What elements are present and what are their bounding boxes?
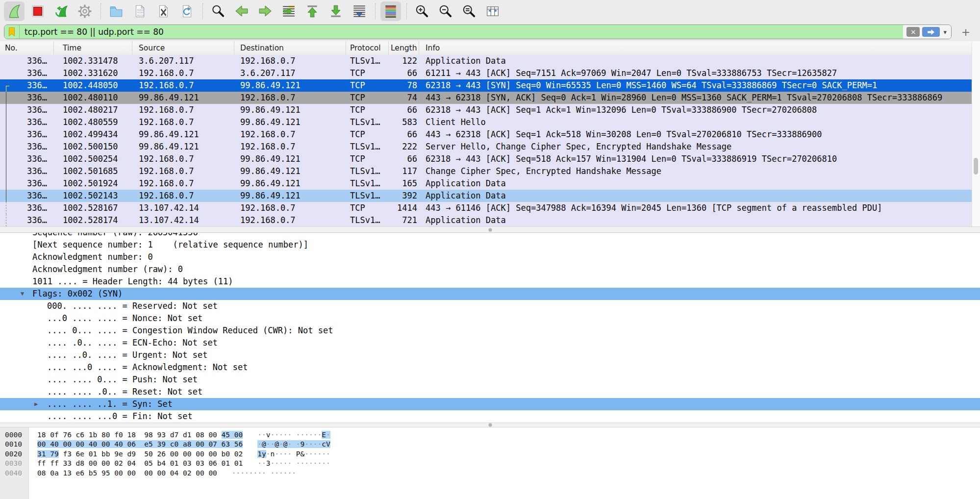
colorize-icon: [383, 4, 398, 19]
toolbar-separator: [202, 3, 203, 19]
detail-line[interactable]: .... .0.. .... = ECN-Echo: Not set: [0, 337, 980, 349]
cell-info: 61211 → 443 [ACK] Seq=7151 Ack=97069 Win…: [419, 67, 972, 79]
go-to-top-button[interactable]: [302, 1, 323, 21]
display-filter-field[interactable]: tcp.port == 80 || udp.port == 80 × ▾: [4, 25, 952, 39]
filter-history-dropdown[interactable]: ▾: [942, 28, 948, 36]
column-header-protocol[interactable]: Protocol: [346, 41, 389, 55]
column-header-no[interactable]: No.: [0, 41, 54, 55]
detail-line[interactable]: ▶.... .... ..1. = Syn: Set: [0, 398, 980, 410]
hex-row[interactable]: 004008 0a 13 e6 b5 95 00 00 00 00 04 02 …: [0, 469, 980, 478]
packet-row[interactable]: 336…1002.502143192.168.0.799.86.49.121TL…: [0, 190, 972, 202]
packet-row[interactable]: 336…1002.480217192.168.0.799.86.49.121TC…: [0, 104, 972, 116]
zoom-out-icon: [438, 4, 453, 19]
auto-scroll-button[interactable]: [349, 1, 370, 21]
detail-line[interactable]: [Next sequence number: 1 (relative seque…: [0, 239, 980, 251]
start-capture-button[interactable]: [4, 1, 25, 21]
detail-line[interactable]: 1011 .... = Header Length: 44 bytes (11): [0, 275, 980, 288]
capture-options-button[interactable]: [75, 1, 95, 21]
bookmark-icon: [8, 27, 16, 37]
hex-row[interactable]: 001000 40 00 00 40 00 40 06 e5 39 c0 a8 …: [0, 440, 980, 449]
packet-row[interactable]: 336…1002.49943499.86.49.121192.168.0.7TC…: [0, 128, 972, 141]
scrollbar-thumb[interactable]: [974, 158, 978, 175]
hex-offset: 0000: [0, 430, 28, 440]
conversation-mark-icon: [6, 128, 9, 141]
detail-line-text: Flags: 0x002 (SYN): [32, 289, 123, 299]
splitter-handle-icon: [488, 228, 492, 231]
detail-line[interactable]: ▼Flags: 0x002 (SYN): [0, 288, 980, 300]
find-packet-button[interactable]: [208, 1, 228, 21]
detail-line[interactable]: Acknowledgment number: 0: [0, 251, 980, 263]
resize-columns-button[interactable]: [482, 1, 503, 21]
column-header-length[interactable]: Length: [389, 41, 419, 55]
filter-input[interactable]: tcp.port == 80 || udp.port == 80: [20, 27, 164, 37]
colorize-packets-button[interactable]: [380, 1, 401, 21]
detail-line[interactable]: .... ..0. .... = Urgent: Not set: [0, 349, 980, 361]
apply-filter-button[interactable]: [922, 27, 940, 37]
cell-source: 99.86.49.121: [132, 92, 234, 104]
back-arrow-icon: [234, 4, 249, 19]
go-to-packet-button[interactable]: [278, 1, 299, 21]
tree-expanded-icon[interactable]: ▼: [21, 288, 24, 300]
save-file-button[interactable]: 01010 01101 01110: [129, 1, 150, 21]
cell-protocol: TLSv1…: [346, 116, 389, 128]
cell-info: 62318 → 443 [ACK] Seq=518 Ack=157 Win=13…: [419, 153, 972, 165]
column-header-destination[interactable]: Destination: [234, 41, 346, 55]
packet-row[interactable]: 336…1002.52816713.107.42.14192.168.0.7TC…: [0, 202, 972, 214]
packet-list-scrollbar[interactable]: [972, 41, 980, 226]
conversation-mark-icon: [6, 214, 9, 226]
detail-line[interactable]: .... .... .0.. = Reset: Not set: [0, 386, 980, 398]
packet-row[interactable]: 336…1002.501685192.168.0.799.86.49.121TL…: [0, 165, 972, 177]
add-filter-button[interactable]: +: [958, 25, 973, 39]
hex-ascii: ··v····· ······E·: [257, 430, 330, 440]
toolbar-separator: [406, 3, 407, 19]
conversation-mark-icon: [6, 86, 9, 92]
go-forward-button[interactable]: [255, 1, 276, 21]
column-header-info[interactable]: Info: [419, 41, 980, 55]
cell-time: 1002.499434: [54, 128, 132, 141]
hex-row[interactable]: 002031 79 f3 6e 01 bb 9e d9 50 26 00 00 …: [0, 449, 980, 459]
packet-row[interactable]: 336…1002.50015099.86.49.121192.168.0.7TL…: [0, 141, 972, 153]
detail-line[interactable]: .... .... ...0 = Fin: Not set: [0, 410, 980, 423]
packet-row[interactable]: 336…1002.48011099.86.49.121192.168.0.7TC…: [0, 92, 972, 104]
go-to-bottom-button[interactable]: [326, 1, 346, 21]
detail-line[interactable]: Sequence number (raw): 2665041556: [0, 233, 980, 239]
packet-row[interactable]: 336…1002.500254192.168.0.799.86.49.121TC…: [0, 153, 972, 165]
conversation-mark-icon: [6, 92, 9, 104]
open-file-button[interactable]: [106, 1, 126, 21]
column-header-source[interactable]: Source: [132, 41, 234, 55]
go-back-button[interactable]: [231, 1, 252, 21]
packet-row[interactable]: 336…1002.52817413.107.42.14192.168.0.7TL…: [0, 214, 972, 226]
packet-row[interactable]: 336…1002.480559192.168.0.799.86.49.121TL…: [0, 116, 972, 128]
hex-row[interactable]: 0030ff ff 33 d8 00 00 02 04 05 b4 01 03 …: [0, 459, 980, 468]
zoom-out-button[interactable]: [435, 1, 456, 21]
packet-row[interactable]: 336…1002.3314783.6.207.117192.168.0.7TLS…: [0, 55, 972, 67]
detail-line[interactable]: .... ...0 .... = Acknowledgment: Not set: [0, 361, 980, 374]
tree-collapsed-icon[interactable]: ▶: [34, 398, 38, 410]
cell-source: 192.168.0.7: [132, 165, 234, 177]
detail-line[interactable]: ...0 .... .... = Nonce: Not set: [0, 312, 980, 324]
filter-bookmark-button[interactable]: [4, 25, 20, 39]
cell-length: 1414: [389, 202, 419, 214]
close-file-button[interactable]: [153, 1, 174, 21]
detail-line-text: .... .... .0.. = Reset: Not set: [47, 387, 202, 397]
detail-line[interactable]: Acknowledgment number (raw): 0: [0, 263, 980, 275]
cell-source: 192.168.0.7: [132, 79, 234, 92]
packet-row[interactable]: 336…1002.501924192.168.0.799.86.49.121TL…: [0, 177, 972, 190]
detail-line[interactable]: .... 0... .... = Congestion Window Reduc…: [0, 324, 980, 337]
restart-capture-button[interactable]: [51, 1, 72, 21]
zoom-in-button[interactable]: [412, 1, 432, 21]
detail-line[interactable]: .... .... 0... = Push: Not set: [0, 374, 980, 386]
column-header-time[interactable]: Time: [54, 41, 132, 55]
cell-destination: 99.86.49.121: [234, 177, 346, 190]
packet-row[interactable]: 336…1002.331620192.168.0.73.6.207.117TCP…: [0, 67, 972, 79]
detail-line[interactable]: 000. .... .... = Reserved: Not set: [0, 300, 980, 312]
stop-capture-button[interactable]: [27, 1, 48, 21]
zoom-100-button[interactable]: [459, 1, 479, 21]
pane-splitter-bottom[interactable]: [0, 423, 980, 427]
reload-file-button[interactable]: [176, 1, 197, 21]
pane-splitter-top[interactable]: [0, 226, 980, 233]
cell-info: 62318 → 443 [ACK] Seq=1 Ack=1 Win=132096…: [419, 104, 972, 116]
packet-row[interactable]: 336…1002.448050192.168.0.799.86.49.121TC…: [0, 79, 972, 92]
clear-filter-button[interactable]: ×: [906, 27, 920, 37]
hex-row[interactable]: 000018 0f 76 c6 1b 80 f0 18 98 93 d7 d1 …: [0, 430, 980, 440]
